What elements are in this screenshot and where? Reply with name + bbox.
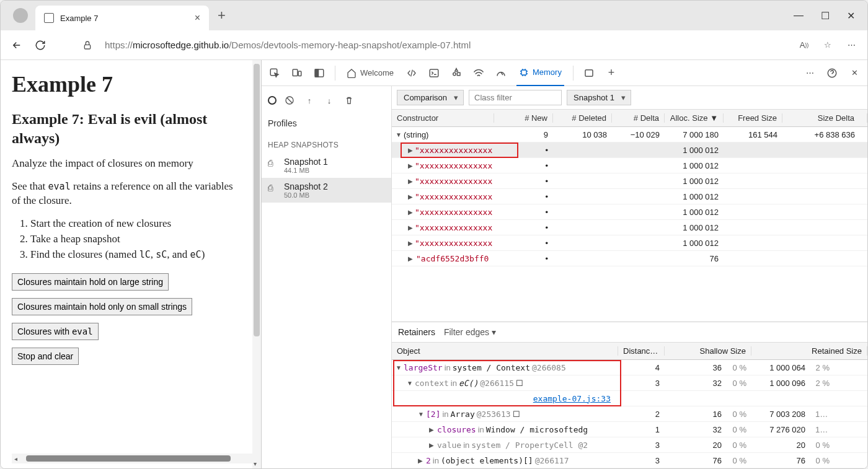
baseline-select[interactable]: Snapshot 1 (567, 90, 631, 105)
tab-network[interactable] (472, 66, 485, 80)
grid-row[interactable]: "xxxxxxxxxxxxxxx•1 000 012 (392, 158, 867, 173)
refresh-button[interactable] (34, 39, 46, 51)
grid-row[interactable]: "xxxxxxxxxxxxxxx•1 000 012 (392, 235, 867, 251)
heap-snapshots-heading: HEAP SNAPSHOTS (262, 132, 391, 153)
retainers-bar: Retainers Filter edges ▾ (392, 322, 867, 343)
source-link[interactable]: example-07.js:33 (533, 394, 611, 403)
gc-icon[interactable] (342, 94, 356, 107)
url-prefix: https:// (105, 40, 133, 50)
tab-sources[interactable] (450, 66, 463, 80)
record-button[interactable] (268, 96, 277, 105)
inspect-icon[interactable] (268, 66, 281, 80)
step-1: Start the creation of new closures (30, 217, 241, 231)
read-aloud-icon[interactable]: A)) (798, 39, 810, 51)
svg-rect-2 (293, 69, 298, 76)
col-deleted[interactable]: # Deleted (553, 113, 612, 123)
maximize-button[interactable]: ☐ (821, 10, 830, 22)
retainer-row[interactable]: closures in Window / microsoftedg1320 %7… (392, 422, 867, 437)
retainer-row[interactable]: value in system / PropertyCell @23200 %2… (392, 437, 867, 453)
window-controls: — ☐ ✕ (794, 10, 862, 22)
new-tab-button[interactable]: + (218, 7, 226, 24)
col-new[interactable]: # New (494, 113, 553, 123)
close-window-button[interactable]: ✕ (847, 10, 855, 22)
step-3: Find the closures (named lC, sC, and eC) (30, 248, 241, 262)
devtools-help-icon[interactable] (825, 66, 839, 80)
grid-row[interactable]: "xxxxxxxxxxxxxxx•1 000 012 (392, 220, 867, 235)
snapshot-item[interactable]: ⎙Snapshot 144.1 MB (262, 153, 391, 178)
devtools-panel: Welcome Memory + ⋯ ✕ ↑ ↓ (261, 60, 867, 468)
btn-stop-clear[interactable]: Stop and clear (12, 348, 79, 365)
snapshot-item[interactable]: ⎙Snapshot 250.0 MB (262, 178, 391, 203)
btn-large-string[interactable]: Closures maintain hold on large string (12, 273, 169, 291)
tab-overflow[interactable] (582, 66, 596, 80)
page-h1: Example 7 (12, 71, 259, 97)
svg-rect-6 (430, 69, 438, 77)
svg-rect-5 (315, 69, 318, 77)
tab-elements[interactable] (405, 66, 418, 80)
page-icon (44, 13, 54, 23)
site-info-icon[interactable] (81, 39, 94, 51)
col-sizedelta[interactable]: Size Delta (782, 113, 867, 123)
profiles-sidebar: ↑ ↓ Profiles HEAP SNAPSHOTS ⎙Snapshot 14… (262, 86, 392, 468)
grid-row[interactable]: "xxxxxxxxxxxxxxx•1 000 012 (392, 189, 867, 204)
retainer-row[interactable]: [2] in Array @253613 ☐2160 %7 003 20814 … (392, 406, 867, 422)
view-mode-select[interactable]: Comparison (397, 90, 464, 105)
minimize-button[interactable]: — (794, 10, 804, 22)
dock-icon[interactable] (312, 66, 326, 80)
col-alloc[interactable]: Alloc. Size ▼ (665, 113, 724, 123)
retainers-header: Object Distance ▲ Shallow Size Retained … (392, 343, 867, 360)
vertical-scrollbar[interactable]: ▴ ▾ (252, 60, 261, 468)
grid-row[interactable]: (string)910 038−10 0297 000 180161 544+6… (392, 127, 867, 142)
tab-memory[interactable]: Memory (516, 60, 564, 86)
devtools-more-icon[interactable]: ⋯ (803, 66, 817, 80)
device-icon[interactable] (290, 66, 304, 80)
page-h2: Example 7: Eval is evil (almost always) (12, 110, 259, 148)
url-host: microsoftedge.github.io (133, 40, 229, 50)
page-steps: Start the creation of new closures Take … (30, 217, 241, 262)
favorite-icon[interactable]: ☆ (822, 39, 834, 51)
col-shallow[interactable]: Shallow Size (665, 346, 751, 356)
clear-icon[interactable] (283, 94, 296, 107)
add-tab-button[interactable]: + (604, 66, 618, 80)
grid-row[interactable]: "xxxxxxxxxxxxxxx•1 000 012 (392, 173, 867, 189)
more-icon[interactable]: ⋯ (845, 39, 857, 51)
col-retained[interactable]: Retained Size (751, 346, 867, 356)
grid-row[interactable]: "xxxxxxxxxxxxxxx•1 000 012 (392, 142, 867, 158)
profile-avatar[interactable] (13, 8, 28, 23)
devtools-close-icon[interactable]: ✕ (848, 66, 861, 80)
close-tab-icon[interactable]: × (195, 12, 200, 24)
scroll-thumb[interactable] (254, 64, 260, 336)
btn-small-strings[interactable]: Closures maintain hold only on small str… (12, 298, 192, 315)
retainers-label: Retainers (398, 327, 435, 337)
btn-eval[interactable]: Closures with eval (12, 323, 99, 340)
retainer-row[interactable]: context in eC() @266115 ☐3320 %1 000 096… (392, 375, 867, 391)
step-2: Take a heap snapshot (30, 232, 241, 247)
col-constructor[interactable]: Constructor (392, 113, 494, 123)
class-filter-input[interactable] (469, 90, 562, 105)
tab-console[interactable] (427, 66, 441, 80)
tab-performance[interactable] (494, 66, 508, 80)
browser-tab[interactable]: Example 7 × (35, 6, 209, 30)
svg-rect-0 (84, 45, 90, 49)
tab-title: Example 7 (60, 14, 98, 23)
col-distance[interactable]: Distance ▲ (618, 346, 665, 356)
col-delta[interactable]: # Delta (612, 113, 665, 123)
retainer-row[interactable]: largeStr in system / Context @2660854360… (392, 360, 867, 375)
save-icon[interactable]: ↓ (322, 94, 336, 107)
retainer-row[interactable]: 2 in (object elements)[] @2661173760 %76… (392, 453, 867, 468)
grid-row[interactable]: "acdf6552d3bff0•76 (392, 251, 867, 266)
grid-row[interactable]: "xxxxxxxxxxxxxxx•1 000 012 (392, 204, 867, 220)
tab-welcome[interactable]: Welcome (344, 60, 396, 86)
col-object[interactable]: Object (392, 346, 618, 356)
url-display[interactable]: https://microsoftedge.github.io/Demos/de… (105, 40, 787, 50)
horizontal-scrollbar[interactable]: ◂▸ (12, 454, 259, 463)
page-p2: See that eval retains a reference on all… (12, 180, 235, 208)
profiles-toolbar: ↑ ↓ (262, 90, 391, 115)
filter-edges[interactable]: Filter edges ▾ (444, 327, 496, 337)
address-bar: https://microsoftedge.github.io/Demos/de… (1, 30, 867, 60)
window-titlebar: Example 7 × + — ☐ ✕ (1, 1, 867, 30)
grid-header: Constructor # New # Deleted # Delta Allo… (392, 110, 867, 127)
col-freed[interactable]: Freed Size (724, 113, 782, 123)
back-button[interactable] (11, 39, 23, 51)
load-icon[interactable]: ↑ (303, 94, 316, 107)
